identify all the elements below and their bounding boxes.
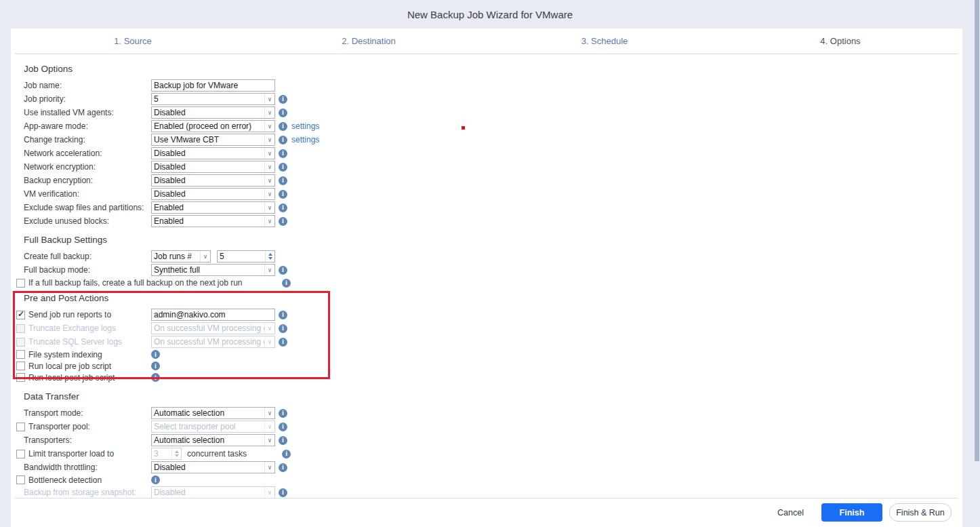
info-icon[interactable] xyxy=(279,409,287,418)
info-icon[interactable] xyxy=(279,311,287,319)
create-full-backup-count-stepper[interactable] xyxy=(217,250,275,262)
info-icon[interactable] xyxy=(151,350,160,359)
exclude-swap-select[interactable]: Enabled xyxy=(151,201,275,214)
send-reports-checkbox[interactable] xyxy=(16,311,25,319)
info-icon[interactable] xyxy=(279,423,287,431)
section-title-pre-post: Pre and Post Actions xyxy=(24,293,962,304)
info-icon[interactable] xyxy=(279,338,287,347)
row-truncate-exchange: Truncate Exchange logs On successful VM … xyxy=(16,321,962,335)
app-aware-settings-link[interactable]: settings xyxy=(291,121,319,131)
step-schedule[interactable]: 3. Schedule xyxy=(487,36,722,46)
info-icon[interactable] xyxy=(279,109,287,117)
full-backup-mode-select[interactable]: Synthetic full xyxy=(151,264,275,276)
change-tracking-select[interactable]: Use VMware CBT xyxy=(151,134,275,146)
step-options[interactable]: 4. Options xyxy=(722,36,958,46)
exclude-unused-select[interactable]: Enabled xyxy=(151,215,275,227)
chevron-down-icon xyxy=(264,421,274,432)
row-full-backup-mode: Full backup mode: Synthetic full xyxy=(24,263,962,277)
info-icon[interactable] xyxy=(279,436,287,445)
vertical-scrollbar-thumb[interactable] xyxy=(975,0,979,461)
wizard-card: 1. Source 2. Destination 3. Schedule 4. … xyxy=(11,28,962,527)
app-aware-select[interactable]: Enabled (proceed on error) xyxy=(151,120,275,132)
chevron-down-icon xyxy=(264,323,274,334)
fs-indexing-checkbox[interactable] xyxy=(16,350,25,359)
bandwidth-select[interactable]: Disabled xyxy=(151,461,275,473)
info-icon[interactable] xyxy=(279,266,287,275)
chevron-down-icon xyxy=(264,265,274,275)
finish-button[interactable]: Finish xyxy=(821,503,882,522)
row-exclude-unused: Exclude unused blocks: Enabled xyxy=(24,214,962,228)
row-truncate-sql: Truncate SQL Server logs On successful V… xyxy=(16,335,962,349)
row-limit-load: Limit transporter load to concurrent tas… xyxy=(16,447,962,461)
chevron-down-icon xyxy=(264,202,274,213)
backup-encryption-select[interactable]: Disabled xyxy=(151,174,275,187)
retry-on-fail-label: If a full backup fails, create a full ba… xyxy=(28,278,243,288)
network-acceleration-select[interactable]: Disabled xyxy=(151,147,275,159)
row-post-script: Run local post job script xyxy=(16,372,962,383)
transporter-pool-label: Transporter pool: xyxy=(28,422,90,431)
chevron-down-icon xyxy=(264,408,274,418)
info-icon[interactable] xyxy=(279,190,287,199)
send-reports-email-input[interactable] xyxy=(151,309,275,321)
backup-encryption-label: Backup encryption: xyxy=(24,176,151,185)
info-icon[interactable] xyxy=(279,463,287,472)
info-icon[interactable] xyxy=(279,488,287,497)
chevron-down-icon xyxy=(264,94,274,104)
step-destination[interactable]: 2. Destination xyxy=(251,36,487,46)
arrow-down-icon[interactable] xyxy=(268,257,272,260)
change-tracking-settings-link[interactable]: settings xyxy=(291,135,319,144)
info-icon[interactable] xyxy=(279,324,287,333)
job-priority-label: Job priority: xyxy=(24,94,151,104)
post-script-checkbox[interactable] xyxy=(16,373,25,382)
wizard-footer: Cancel Finish Finish & Run xyxy=(11,498,962,527)
transporter-pool-checkbox[interactable] xyxy=(16,423,25,431)
info-icon[interactable] xyxy=(282,279,291,288)
chevron-down-icon xyxy=(264,435,274,446)
bottleneck-label: Bottleneck detection xyxy=(28,475,102,485)
truncate-exchange-checkbox xyxy=(16,324,25,333)
info-icon[interactable] xyxy=(151,362,160,370)
bottleneck-checkbox[interactable] xyxy=(16,475,25,484)
transport-mode-select[interactable]: Automatic selection xyxy=(151,407,275,419)
app-aware-label: App-aware mode: xyxy=(24,121,151,131)
step-source[interactable]: 1. Source xyxy=(15,36,251,46)
arrow-up-icon xyxy=(175,450,179,453)
arrow-up-icon[interactable] xyxy=(268,253,272,256)
info-icon[interactable] xyxy=(279,122,287,131)
exclude-swap-label: Exclude swap files and partitions: xyxy=(24,203,151,212)
limit-load-checkbox[interactable] xyxy=(16,450,25,458)
row-job-name: Job name: xyxy=(24,79,962,92)
transporters-select[interactable]: Automatic selection xyxy=(151,434,275,446)
row-vm-agents: Use installed VM agents: Disabled xyxy=(24,106,962,119)
row-network-encryption: Network encryption: Disabled xyxy=(24,160,962,174)
stepper-arrows-icon[interactable] xyxy=(265,251,274,262)
send-reports-label: Send job run reports to xyxy=(28,310,111,319)
vm-verification-select[interactable]: Disabled xyxy=(151,188,275,200)
wizard-title-text: New Backup Job Wizard for VMware xyxy=(407,9,573,20)
finish-and-run-button[interactable]: Finish & Run xyxy=(889,503,952,522)
info-icon[interactable] xyxy=(279,95,287,104)
section-title-data-transfer: Data Transfer xyxy=(24,391,962,402)
section-title-job-options: Job Options xyxy=(24,64,962,75)
info-icon[interactable] xyxy=(279,136,287,144)
network-encryption-select[interactable]: Disabled xyxy=(151,161,275,173)
info-icon[interactable] xyxy=(279,217,287,226)
row-storage-snapshot: Backup from storage snapshot: Disabled xyxy=(24,486,962,499)
row-vm-verification: VM verification: Disabled xyxy=(24,187,962,201)
cancel-button[interactable]: Cancel xyxy=(777,508,804,518)
info-icon[interactable] xyxy=(279,149,287,158)
create-full-backup-mode-select[interactable]: Job runs # xyxy=(151,250,211,262)
row-bottleneck: Bottleneck detection xyxy=(16,474,962,486)
info-icon[interactable] xyxy=(151,373,160,382)
retry-on-fail-checkbox[interactable] xyxy=(16,279,25,288)
pre-script-checkbox[interactable] xyxy=(16,362,25,370)
info-icon[interactable] xyxy=(282,450,291,458)
info-icon[interactable] xyxy=(151,475,160,484)
info-icon[interactable] xyxy=(279,163,287,172)
options-form: Job Options Job name: Job priority: 5 Us… xyxy=(11,54,962,499)
vm-agents-select[interactable]: Disabled xyxy=(151,106,275,119)
info-icon[interactable] xyxy=(279,203,287,212)
job-name-input[interactable] xyxy=(151,79,275,92)
job-priority-select[interactable]: 5 xyxy=(151,93,275,105)
info-icon[interactable] xyxy=(279,176,287,185)
